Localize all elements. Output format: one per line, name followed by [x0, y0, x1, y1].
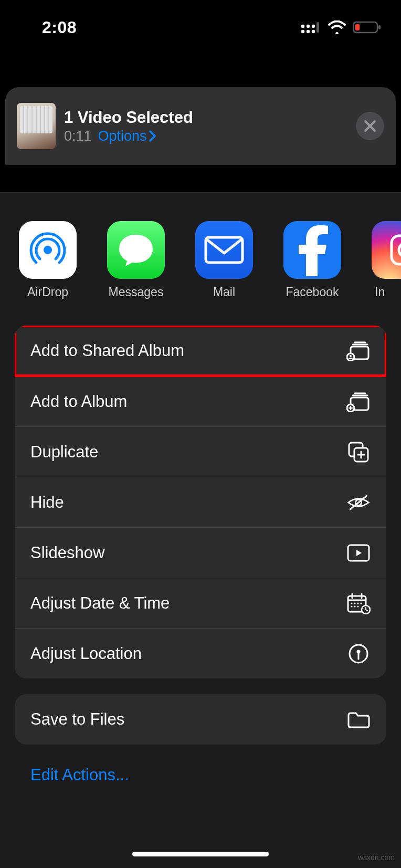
close-icon	[363, 119, 377, 133]
watermark: wsxdn.com	[358, 853, 395, 862]
action-hide[interactable]: Hide	[15, 477, 386, 527]
svg-point-26	[354, 602, 355, 604]
status-time: 2:08	[19, 18, 77, 37]
slideshow-icon	[346, 541, 371, 565]
share-sheet: AirDrop Messages Mail Facebook In	[0, 192, 401, 868]
svg-point-5	[312, 25, 315, 28]
svg-point-3	[301, 25, 304, 28]
share-apps-row[interactable]: AirDrop Messages Mail Facebook In	[0, 193, 401, 299]
action-add-to-shared-album[interactable]: Add to Shared Album	[15, 326, 386, 376]
calendar-clock-icon	[346, 591, 371, 615]
app-mail[interactable]: Mail	[195, 221, 253, 299]
action-label: Add to Shared Album	[30, 341, 184, 360]
album-icon	[346, 390, 371, 414]
app-label: AirDrop	[27, 285, 68, 299]
action-adjust-date-time[interactable]: Adjust Date & Time	[15, 578, 386, 628]
action-slideshow[interactable]: Slideshow	[15, 527, 386, 578]
svg-point-4	[307, 25, 310, 28]
video-duration: 0:11	[64, 128, 92, 144]
app-instagram[interactable]: In	[372, 221, 393, 299]
cellular-icon	[300, 20, 321, 34]
app-messages[interactable]: Messages	[107, 221, 165, 299]
svg-point-2	[312, 30, 315, 33]
location-icon	[346, 642, 371, 666]
action-label: Hide	[30, 493, 64, 512]
svg-point-17	[350, 355, 352, 357]
svg-point-27	[357, 602, 358, 604]
action-label: Save to Files	[30, 710, 124, 729]
facebook-icon	[283, 221, 341, 279]
svg-point-1	[307, 30, 310, 33]
edit-actions-link[interactable]: Edit Actions...	[0, 745, 401, 785]
action-label: Adjust Date & Time	[30, 594, 170, 613]
selection-title: 1 Video Selected	[64, 108, 193, 127]
wifi-icon	[328, 20, 346, 34]
actions-list-secondary: Save to Files	[15, 694, 386, 745]
selected-thumbnail[interactable]	[17, 103, 56, 149]
svg-rect-8	[378, 25, 381, 29]
svg-point-31	[357, 605, 358, 607]
app-airdrop[interactable]: AirDrop	[19, 221, 77, 299]
chevron-right-icon	[149, 130, 156, 142]
svg-rect-11	[206, 237, 242, 263]
duplicate-icon	[346, 440, 371, 464]
share-header: 1 Video Selected 0:11 Options	[5, 87, 396, 165]
svg-point-25	[351, 602, 352, 604]
share-header-text: 1 Video Selected 0:11 Options	[64, 108, 193, 144]
action-add-to-album[interactable]: Add to Album	[15, 376, 386, 426]
shared-album-icon	[346, 339, 371, 363]
actions-list-primary: Add to Shared Album Add to Album Duplica…	[15, 326, 386, 678]
svg-point-29	[351, 605, 352, 607]
svg-rect-9	[355, 24, 360, 30]
close-button[interactable]	[356, 112, 384, 140]
battery-icon	[353, 20, 382, 34]
photo-strip: 1 Video Selected 0:11 Options	[0, 41, 401, 125]
folder-icon	[346, 707, 371, 731]
svg-rect-6	[316, 22, 319, 33]
svg-point-0	[301, 30, 304, 33]
mail-icon	[195, 221, 253, 279]
action-label: Add to Album	[30, 392, 127, 411]
svg-point-30	[354, 605, 355, 607]
app-label: Facebook	[286, 285, 339, 299]
action-duplicate[interactable]: Duplicate	[15, 426, 386, 477]
action-label: Duplicate	[30, 443, 98, 462]
app-label: In	[375, 285, 385, 299]
svg-point-28	[360, 602, 362, 604]
status-bar: 2:08	[0, 0, 401, 41]
app-label: Messages	[109, 285, 164, 299]
svg-point-13	[399, 243, 401, 257]
action-adjust-location[interactable]: Adjust Location	[15, 628, 386, 678]
hide-icon	[346, 490, 371, 515]
app-label: Mail	[213, 285, 235, 299]
airdrop-icon	[19, 221, 77, 279]
status-icons	[300, 20, 382, 34]
messages-icon	[107, 221, 165, 279]
app-facebook[interactable]: Facebook	[283, 221, 341, 299]
instagram-icon	[372, 221, 401, 279]
svg-point-10	[44, 246, 52, 254]
action-label: Adjust Location	[30, 644, 142, 663]
action-save-to-files[interactable]: Save to Files	[15, 694, 386, 745]
home-indicator[interactable]	[132, 852, 269, 856]
options-link[interactable]: Options	[98, 128, 156, 144]
action-label: Slideshow	[30, 543, 104, 562]
